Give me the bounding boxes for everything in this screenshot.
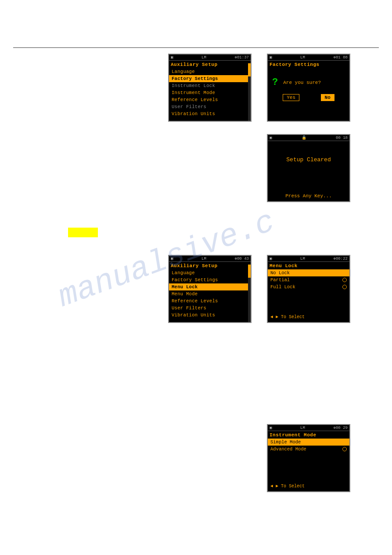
screen-menu-lock: ▣ LM ⊕00:22 Menu Lock No Lock Partial Fu… [267, 255, 350, 323]
screen4-item-user-filters[interactable]: User Filters [169, 305, 251, 312]
screen5-title: Menu Lock [268, 262, 349, 269]
screen-auxiliary-setup-2: ▣ LM ⊕00 43 Auxiliary Setup Language Fac… [168, 255, 252, 323]
no-button[interactable]: No [321, 94, 334, 101]
screen1-header: ▣ LM ⊕01:37 [169, 54, 251, 61]
screen4-battery-icon: ▣ [171, 256, 173, 261]
screen1-item-factory-settings[interactable]: Factory Settings [169, 75, 251, 82]
screen3-time: 00 18 [336, 136, 348, 140]
screen1-scroll-thumb [248, 63, 251, 76]
screen4-item-vibration-units[interactable]: Vibration Units [169, 312, 251, 319]
screen6-status: LM [300, 426, 305, 430]
screen4-scrollbar [248, 265, 251, 322]
screen3-header: ▣ 🔒 00 18 [268, 135, 349, 141]
screen1-item-reference-levels[interactable]: Reference Levels [169, 96, 251, 103]
screen5-no-lock-radio [342, 271, 347, 275]
screen5-partial-label: Partial [270, 277, 290, 283]
screen6-header: ▣ LM ⊕00 29 [268, 425, 349, 431]
screen4-title: Auxiliary Setup [169, 262, 251, 269]
screen2-status: LM [300, 55, 305, 60]
screen1-item-instrument-lock[interactable]: Instrument Lock [169, 82, 251, 89]
screen1-item-vibration-units[interactable]: Vibration Units [169, 110, 251, 117]
screen5-status: LM [300, 257, 305, 261]
screen5-item-full-lock[interactable]: Full Lock [268, 283, 349, 290]
screen3-status: 🔒 [302, 135, 306, 140]
screen6-simple-mode-radio [342, 440, 347, 444]
press-any-key-text: Press Any Key... [268, 193, 349, 199]
screen-setup-cleared: ▣ 🔒 00 18 Setup Cleared Press Any Key... [267, 134, 350, 202]
screen5-time: ⊕00:22 [334, 256, 348, 261]
screen4-header: ▣ LM ⊕00 43 [169, 256, 251, 262]
screen6-footer: ◄ ► To Select [268, 483, 349, 490]
screen4-item-factory-settings[interactable]: Factory Settings [169, 276, 251, 283]
screen5-partial-radio [342, 278, 347, 282]
screen4-item-language[interactable]: Language [169, 269, 251, 276]
screen-auxiliary-setup-1: ▣ LM ⊕01:37 Auxiliary Setup Language Fac… [168, 54, 252, 122]
screen4-scroll-thumb [248, 265, 251, 278]
screen6-time: ⊕00 29 [334, 425, 348, 430]
screen6-item-advanced-mode[interactable]: Advanced Mode [268, 446, 349, 453]
screen2-title: Factory Settings [268, 61, 349, 68]
screen1-status: LM [201, 55, 206, 60]
yellow-highlight-box [68, 228, 98, 237]
screen2-battery-icon: ▣ [270, 55, 272, 60]
screen-factory-settings: ▣ LM ⊕01 08 Factory Settings ? Are you s… [267, 54, 350, 122]
screen4-item-menu-lock[interactable]: Menu Lock [169, 283, 251, 290]
screen1-item-language[interactable]: Language [169, 68, 251, 75]
screen2-time: ⊕01 08 [334, 55, 348, 60]
screen1-scrollbar [248, 63, 251, 121]
screen1-time: ⊕01:37 [235, 55, 249, 60]
screen4-time: ⊕00 43 [235, 256, 249, 261]
screen4-item-menu-mode[interactable]: Menu Mode [169, 290, 251, 297]
screen4-item-reference-levels[interactable]: Reference Levels [169, 297, 251, 305]
screen6-battery-icon: ▣ [270, 425, 272, 430]
screen5-footer: ◄ ► To Select [268, 314, 349, 320]
screen1-item-instrument-mode[interactable]: Instrument Mode [169, 89, 251, 96]
screen5-full-lock-radio [342, 285, 347, 289]
screen-instrument-mode: ▣ LM ⊕00 29 Instrument Mode Simple Mode … [267, 424, 350, 492]
screen6-advanced-mode-radio [342, 447, 347, 451]
screen2-header: ▣ LM ⊕01 08 [268, 54, 349, 61]
screen5-no-lock-label: No Lock [270, 270, 290, 276]
screen6-simple-mode-label: Simple Mode [270, 439, 301, 445]
screen5-item-no-lock[interactable]: No Lock [268, 269, 349, 276]
screen1-item-user-filters[interactable]: User Filters [169, 103, 251, 110]
setup-cleared-message: Setup Cleared [268, 141, 349, 167]
screen1-battery-icon: ▣ [171, 55, 173, 60]
top-divider [13, 47, 379, 48]
question-mark-icon: ? [272, 77, 278, 88]
screen4-status: LM [201, 257, 206, 261]
yes-button[interactable]: Yes [283, 94, 299, 101]
screen1-title: Auxiliary Setup [169, 61, 251, 68]
screen6-advanced-mode-label: Advanced Mode [270, 446, 306, 452]
screen5-item-partial[interactable]: Partial [268, 276, 349, 283]
screen6-title: Instrument Mode [268, 431, 349, 439]
yes-no-row: Yes No [268, 92, 349, 103]
screen5-battery-icon: ▣ [270, 256, 272, 261]
screen6-item-simple-mode[interactable]: Simple Mode [268, 439, 349, 446]
screen5-header: ▣ LM ⊕00:22 [268, 256, 349, 262]
are-you-sure-text: Are you sure? [283, 80, 321, 85]
screen3-battery-icon: ▣ [270, 135, 272, 140]
screen5-full-lock-label: Full Lock [270, 284, 295, 290]
